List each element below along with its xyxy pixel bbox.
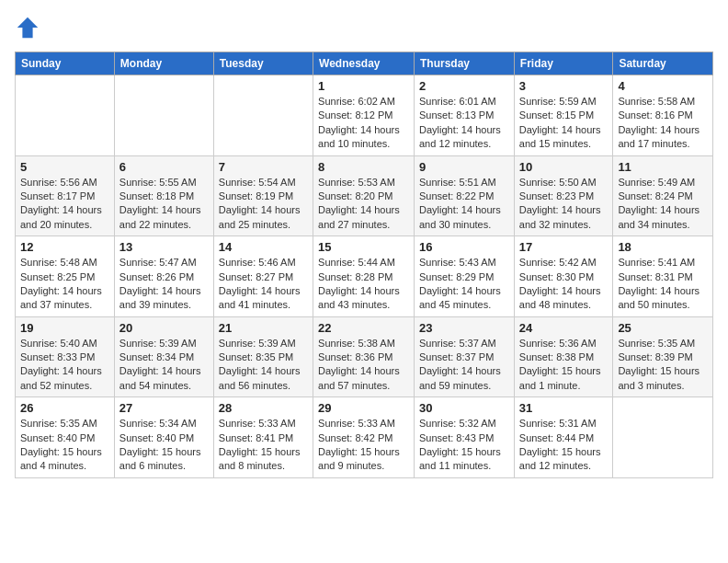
- calendar-cell: 20Sunrise: 5:39 AM Sunset: 8:34 PM Dayli…: [114, 316, 213, 397]
- day-number: 12: [20, 240, 109, 254]
- calendar-week-row: 12Sunrise: 5:48 AM Sunset: 8:25 PM Dayli…: [16, 236, 713, 317]
- day-info: Sunrise: 5:49 AM Sunset: 8:24 PM Dayligh…: [618, 176, 708, 233]
- day-number: 10: [519, 160, 609, 174]
- calendar-cell: 30Sunrise: 5:32 AM Sunset: 8:43 PM Dayli…: [415, 397, 515, 478]
- calendar-cell: 7Sunrise: 5:54 AM Sunset: 8:19 PM Daylig…: [213, 155, 313, 236]
- calendar-cell: [613, 397, 713, 478]
- day-info: Sunrise: 5:54 AM Sunset: 8:19 PM Dayligh…: [219, 176, 308, 233]
- logo-icon: [15, 15, 40, 40]
- day-number: 16: [419, 240, 509, 254]
- day-number: 29: [318, 401, 409, 415]
- calendar-cell: 24Sunrise: 5:36 AM Sunset: 8:38 PM Dayli…: [514, 316, 613, 397]
- day-info: Sunrise: 5:33 AM Sunset: 8:41 PM Dayligh…: [219, 417, 308, 474]
- calendar-cell: 6Sunrise: 5:55 AM Sunset: 8:18 PM Daylig…: [114, 155, 213, 236]
- day-number: 26: [20, 401, 109, 415]
- day-info: Sunrise: 5:47 AM Sunset: 8:26 PM Dayligh…: [119, 256, 209, 313]
- svg-marker-0: [17, 17, 38, 38]
- calendar-cell: 5Sunrise: 5:56 AM Sunset: 8:17 PM Daylig…: [16, 155, 115, 236]
- calendar-cell: 19Sunrise: 5:40 AM Sunset: 8:33 PM Dayli…: [16, 316, 115, 397]
- day-number: 1: [318, 79, 409, 93]
- day-info: Sunrise: 5:35 AM Sunset: 8:40 PM Dayligh…: [20, 417, 109, 474]
- day-number: 13: [119, 240, 209, 254]
- day-info: Sunrise: 5:32 AM Sunset: 8:43 PM Dayligh…: [419, 417, 509, 474]
- day-info: Sunrise: 5:33 AM Sunset: 8:42 PM Dayligh…: [318, 417, 409, 474]
- day-number: 27: [119, 401, 209, 415]
- calendar-cell: 15Sunrise: 5:44 AM Sunset: 8:28 PM Dayli…: [313, 236, 415, 317]
- day-number: 18: [618, 240, 708, 254]
- day-number: 15: [318, 240, 409, 254]
- calendar-week-row: 26Sunrise: 5:35 AM Sunset: 8:40 PM Dayli…: [16, 397, 713, 478]
- day-info: Sunrise: 5:31 AM Sunset: 8:44 PM Dayligh…: [519, 417, 609, 474]
- calendar-week-row: 19Sunrise: 5:40 AM Sunset: 8:33 PM Dayli…: [16, 316, 713, 397]
- page-header: [15, 15, 713, 40]
- weekday-header: Monday: [114, 52, 213, 75]
- calendar-cell: 25Sunrise: 5:35 AM Sunset: 8:39 PM Dayli…: [613, 316, 713, 397]
- calendar-week-row: 5Sunrise: 5:56 AM Sunset: 8:17 PM Daylig…: [16, 155, 713, 236]
- calendar-cell: 22Sunrise: 5:38 AM Sunset: 8:36 PM Dayli…: [313, 316, 415, 397]
- day-info: Sunrise: 5:40 AM Sunset: 8:33 PM Dayligh…: [20, 337, 109, 394]
- calendar-cell: 14Sunrise: 5:46 AM Sunset: 8:27 PM Dayli…: [213, 236, 313, 317]
- day-info: Sunrise: 6:02 AM Sunset: 8:12 PM Dayligh…: [318, 95, 409, 152]
- day-number: 25: [618, 321, 708, 335]
- calendar-cell: 11Sunrise: 5:49 AM Sunset: 8:24 PM Dayli…: [613, 155, 713, 236]
- calendar-cell: 13Sunrise: 5:47 AM Sunset: 8:26 PM Dayli…: [114, 236, 213, 317]
- calendar-cell: 4Sunrise: 5:58 AM Sunset: 8:16 PM Daylig…: [613, 75, 713, 156]
- weekday-header: Friday: [514, 52, 613, 75]
- day-info: Sunrise: 5:50 AM Sunset: 8:23 PM Dayligh…: [519, 176, 609, 233]
- calendar-header-row: SundayMondayTuesdayWednesdayThursdayFrid…: [16, 52, 713, 75]
- day-number: 20: [119, 321, 209, 335]
- day-number: 22: [318, 321, 409, 335]
- day-info: Sunrise: 5:48 AM Sunset: 8:25 PM Dayligh…: [20, 256, 109, 313]
- day-info: Sunrise: 5:46 AM Sunset: 8:27 PM Dayligh…: [219, 256, 308, 313]
- day-info: Sunrise: 5:59 AM Sunset: 8:15 PM Dayligh…: [519, 95, 609, 152]
- day-number: 3: [519, 79, 609, 93]
- calendar-cell: 31Sunrise: 5:31 AM Sunset: 8:44 PM Dayli…: [514, 397, 613, 478]
- day-info: Sunrise: 5:39 AM Sunset: 8:35 PM Dayligh…: [219, 337, 308, 394]
- weekday-header: Thursday: [415, 52, 515, 75]
- calendar-cell: 18Sunrise: 5:41 AM Sunset: 8:31 PM Dayli…: [613, 236, 713, 317]
- day-info: Sunrise: 5:39 AM Sunset: 8:34 PM Dayligh…: [119, 337, 209, 394]
- calendar-cell: 9Sunrise: 5:51 AM Sunset: 8:22 PM Daylig…: [415, 155, 515, 236]
- day-info: Sunrise: 5:42 AM Sunset: 8:30 PM Dayligh…: [519, 256, 609, 313]
- day-number: 23: [419, 321, 509, 335]
- day-number: 8: [318, 160, 409, 174]
- calendar-cell: 28Sunrise: 5:33 AM Sunset: 8:41 PM Dayli…: [213, 397, 313, 478]
- calendar-cell: [16, 75, 115, 156]
- day-number: 9: [419, 160, 509, 174]
- day-info: Sunrise: 5:34 AM Sunset: 8:40 PM Dayligh…: [119, 417, 209, 474]
- calendar-cell: 1Sunrise: 6:02 AM Sunset: 8:12 PM Daylig…: [313, 75, 415, 156]
- weekday-header: Sunday: [16, 52, 115, 75]
- day-info: Sunrise: 5:53 AM Sunset: 8:20 PM Dayligh…: [318, 176, 409, 233]
- calendar-cell: 27Sunrise: 5:34 AM Sunset: 8:40 PM Dayli…: [114, 397, 213, 478]
- day-number: 24: [519, 321, 609, 335]
- day-info: Sunrise: 5:51 AM Sunset: 8:22 PM Dayligh…: [419, 176, 509, 233]
- day-info: Sunrise: 5:43 AM Sunset: 8:29 PM Dayligh…: [419, 256, 509, 313]
- calendar-cell: 8Sunrise: 5:53 AM Sunset: 8:20 PM Daylig…: [313, 155, 415, 236]
- day-info: Sunrise: 5:41 AM Sunset: 8:31 PM Dayligh…: [618, 256, 708, 313]
- day-number: 30: [419, 401, 509, 415]
- calendar-cell: 16Sunrise: 5:43 AM Sunset: 8:29 PM Dayli…: [415, 236, 515, 317]
- day-number: 31: [519, 401, 609, 415]
- day-info: Sunrise: 5:55 AM Sunset: 8:18 PM Dayligh…: [119, 176, 209, 233]
- day-number: 4: [618, 79, 708, 93]
- day-number: 7: [219, 160, 308, 174]
- weekday-header: Wednesday: [313, 52, 415, 75]
- day-number: 11: [618, 160, 708, 174]
- day-number: 19: [20, 321, 109, 335]
- logo: [15, 15, 44, 40]
- calendar-week-row: 1Sunrise: 6:02 AM Sunset: 8:12 PM Daylig…: [16, 75, 713, 156]
- day-info: Sunrise: 5:38 AM Sunset: 8:36 PM Dayligh…: [318, 337, 409, 394]
- day-info: Sunrise: 5:56 AM Sunset: 8:17 PM Dayligh…: [20, 176, 109, 233]
- calendar-cell: [114, 75, 213, 156]
- calendar-cell: [213, 75, 313, 156]
- day-number: 21: [219, 321, 308, 335]
- day-number: 14: [219, 240, 308, 254]
- calendar-cell: 29Sunrise: 5:33 AM Sunset: 8:42 PM Dayli…: [313, 397, 415, 478]
- day-number: 2: [419, 79, 509, 93]
- day-info: Sunrise: 5:58 AM Sunset: 8:16 PM Dayligh…: [618, 95, 708, 152]
- calendar-table: SundayMondayTuesdayWednesdayThursdayFrid…: [15, 52, 713, 478]
- weekday-header: Tuesday: [213, 52, 313, 75]
- day-info: Sunrise: 5:37 AM Sunset: 8:37 PM Dayligh…: [419, 337, 509, 394]
- calendar-cell: 21Sunrise: 5:39 AM Sunset: 8:35 PM Dayli…: [213, 316, 313, 397]
- day-number: 5: [20, 160, 109, 174]
